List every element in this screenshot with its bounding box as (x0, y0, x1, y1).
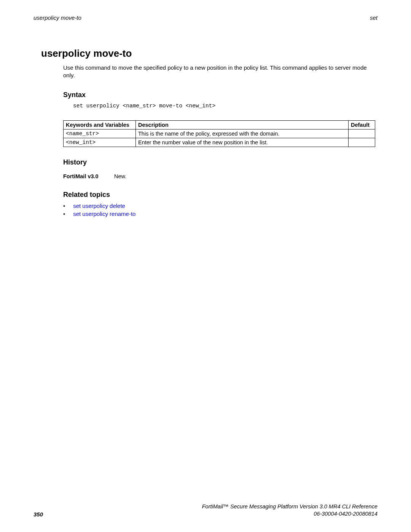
history-heading: History (63, 158, 378, 166)
page-header: userpolicy move-to set (0, 0, 411, 21)
intro-paragraph: Use this command to move the specified p… (63, 64, 370, 80)
table-header-default: Default (349, 120, 375, 129)
footer-page-number: 350 (33, 511, 43, 518)
table-row: <new_int> Enter the number value of the … (64, 138, 375, 147)
list-item: • set userpolicy delete (63, 203, 378, 209)
syntax-heading: Syntax (63, 91, 378, 99)
table-cell-default (349, 129, 375, 138)
footer-doc-title: FortiMail™ Secure Messaging Platform Ver… (202, 503, 378, 510)
page-content: userpolicy move-to Use this command to m… (0, 48, 411, 217)
table-cell-description: This is the name of the policy, expresse… (136, 129, 349, 138)
related-topics-heading: Related topics (63, 191, 378, 199)
history-entry: FortiMail v3.0 New. (63, 173, 378, 179)
page-footer: 350 FortiMail™ Secure Messaging Platform… (33, 503, 378, 518)
syntax-code: set userpolicy <name_str> move-to <new_i… (73, 103, 378, 109)
related-link[interactable]: set userpolicy rename-to (73, 211, 135, 217)
footer-doc-id: 06-30004-0420-20080814 (202, 510, 378, 518)
table-header-row: Keywords and Variables Description Defau… (64, 120, 375, 129)
footer-reference: FortiMail™ Secure Messaging Platform Ver… (202, 503, 378, 518)
header-left: userpolicy move-to (33, 14, 81, 21)
bullet-icon: • (63, 211, 72, 217)
history-version: FortiMail v3.0 (63, 173, 113, 179)
bullet-icon: • (63, 203, 72, 209)
table-cell-keyword: <new_int> (64, 138, 136, 147)
table-header-description: Description (136, 120, 349, 129)
related-link[interactable]: set userpolicy delete (73, 203, 125, 209)
table-header-keywords: Keywords and Variables (64, 120, 136, 129)
parameters-table: Keywords and Variables Description Defau… (63, 120, 375, 147)
related-topics-list: • set userpolicy delete • set userpolicy… (63, 203, 378, 217)
table-cell-default (349, 138, 375, 147)
history-note: New. (114, 173, 126, 179)
page-title: userpolicy move-to (41, 48, 378, 59)
table-cell-description: Enter the number value of the new positi… (136, 138, 349, 147)
header-right: set (370, 14, 378, 21)
list-item: • set userpolicy rename-to (63, 211, 378, 217)
table-row: <name_str> This is the name of the polic… (64, 129, 375, 138)
table-cell-keyword: <name_str> (64, 129, 136, 138)
